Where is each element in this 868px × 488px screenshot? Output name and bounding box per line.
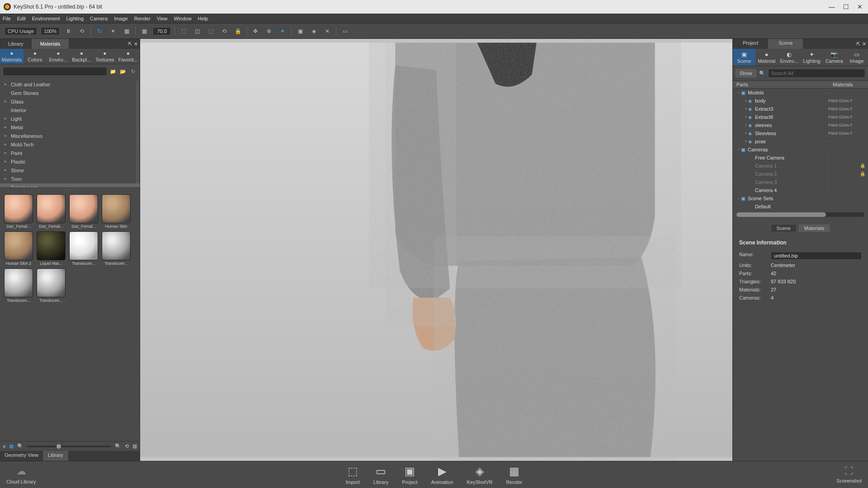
- scene-item-camera-2[interactable]: Camera 2-🔒: [733, 170, 868, 178]
- region-icon[interactable]: ▣: [295, 26, 305, 36]
- bottom-render[interactable]: ▦Render: [506, 465, 522, 485]
- screenshot-button[interactable]: ⛶ Screenshot: [836, 466, 862, 483]
- scene-item-sleeves[interactable]: +◈sleevesPaint Gloss F: [733, 121, 868, 129]
- move-icon[interactable]: ✥: [250, 26, 260, 36]
- rotate-icon[interactable]: ⟲: [219, 26, 229, 36]
- shuffle-icon[interactable]: ✕: [322, 26, 332, 36]
- pause-icon[interactable]: ⏸: [63, 26, 73, 36]
- splitter-handle[interactable]: • • •: [733, 219, 868, 222]
- projcat-camera[interactable]: 📷Camera: [823, 49, 845, 66]
- menu-camera[interactable]: Camera: [90, 16, 108, 21]
- menu-environment[interactable]: Environment: [32, 16, 60, 21]
- tab-project[interactable]: Project: [733, 39, 769, 49]
- settings-icon[interactable]: ▥: [132, 443, 137, 449]
- lock-icon[interactable]: 🔒: [233, 26, 243, 36]
- tree-item-stone[interactable]: ▸Stone: [0, 166, 140, 175]
- scene-item-camera-3[interactable]: Camera 3-: [733, 178, 868, 186]
- tree-item-translucent[interactable]: Translucent: [0, 183, 140, 187]
- tree-item-toon[interactable]: ▸Toon: [0, 175, 140, 183]
- splitter-handle[interactable]: • • •: [0, 187, 140, 191]
- refresh-icon[interactable]: ↻: [129, 67, 137, 75]
- focal-length-input[interactable]: [153, 27, 171, 35]
- menu-edit[interactable]: Edit: [17, 16, 26, 21]
- bottom-library[interactable]: ▭Library: [373, 465, 389, 485]
- tree-item-plastic[interactable]: ▸Plastic: [0, 158, 140, 166]
- material-thumb[interactable]: Human Skin 2: [4, 231, 33, 266]
- camera-icon[interactable]: ⬚: [179, 26, 189, 36]
- scene-item-pose[interactable]: +◈pose-: [733, 137, 868, 145]
- show-button[interactable]: Show: [736, 69, 756, 77]
- tab-scene[interactable]: Scene: [769, 39, 803, 49]
- menu-window[interactable]: Window: [174, 16, 191, 21]
- bottom-keyshotvr[interactable]: ◈KeyShotVR: [467, 465, 493, 485]
- bottom-animation[interactable]: ▶Animation: [431, 465, 453, 485]
- tab-library-bottom[interactable]: Library: [43, 451, 68, 461]
- scene-item-cameras[interactable]: −▣Cameras: [733, 145, 868, 154]
- panel-close-icon[interactable]: ✕: [134, 41, 138, 47]
- menu-render[interactable]: Render: [134, 16, 151, 21]
- projcat-enviro[interactable]: ◐Enviro...: [778, 49, 801, 66]
- material-thumb[interactable]: Liquid Wat...: [36, 231, 66, 266]
- add-icon[interactable]: ⊕: [264, 26, 274, 36]
- close-button[interactable]: ✕: [857, 4, 863, 10]
- grid-view-icon[interactable]: ▦: [9, 443, 14, 449]
- tree-item-light[interactable]: ▸Light: [0, 115, 140, 123]
- zoom-in-icon[interactable]: 🔍: [115, 443, 121, 449]
- tree-item-glass[interactable]: ▸Glass: [0, 98, 140, 106]
- menu-file[interactable]: File: [3, 16, 11, 21]
- library-search-input[interactable]: [3, 67, 107, 76]
- material-thumb[interactable]: Human Skin: [101, 194, 131, 229]
- nav-icon[interactable]: ◈: [309, 26, 319, 36]
- tab-geometry-view[interactable]: Geometry View: [0, 451, 43, 461]
- bottom-import[interactable]: ⬚Import: [346, 465, 360, 485]
- scene-item-sleevless[interactable]: +◈SleevlessPaint Gloss F: [733, 129, 868, 137]
- scene-item-scene-sets[interactable]: −▣Scene Sets: [733, 194, 868, 202]
- tab-info-materials[interactable]: Materials: [798, 224, 830, 232]
- bottom-project[interactable]: ▣Project: [402, 465, 417, 485]
- scene-item-free-camera[interactable]: Free Camera-: [733, 154, 868, 162]
- tab-info-scene[interactable]: Scene: [771, 224, 797, 232]
- scene-item-body[interactable]: +◈bodyPaint Gloss F: [733, 97, 868, 105]
- tree-item-paint[interactable]: ▸Paint: [0, 149, 140, 158]
- folder-icon[interactable]: 📁: [109, 67, 117, 75]
- grid-icon[interactable]: ▦: [139, 26, 149, 36]
- favorite-icon[interactable]: ⟲: [125, 443, 129, 449]
- projcat-scene[interactable]: ▣Scene: [733, 49, 755, 66]
- tree-item-gem-stones[interactable]: Gem Stones: [0, 89, 140, 98]
- list-view-icon[interactable]: ≡: [3, 444, 5, 449]
- menu-view[interactable]: View: [157, 16, 168, 21]
- tree-item-interior[interactable]: Interior: [0, 106, 140, 115]
- image-icon[interactable]: ▭: [340, 26, 350, 36]
- zoom-out-icon[interactable]: 🔍: [17, 443, 24, 449]
- reload-icon[interactable]: ↻: [94, 26, 104, 36]
- menu-help[interactable]: Help: [198, 16, 208, 21]
- crop-icon[interactable]: ▦: [122, 26, 132, 36]
- material-thumb[interactable]: Translucen...: [4, 268, 33, 303]
- material-thumb[interactable]: Daz_Femal...: [4, 194, 33, 229]
- material-thumb[interactable]: Daz_Femal...: [69, 194, 99, 229]
- light-icon[interactable]: ✦: [278, 26, 288, 36]
- material-thumb[interactable]: Daz_Femal...: [36, 194, 66, 229]
- libcat-materials[interactable]: ●Materials: [0, 49, 24, 64]
- undock-icon[interactable]: ⇱: [128, 41, 132, 47]
- material-thumb[interactable]: Translucen...: [36, 268, 66, 303]
- libcat-textures[interactable]: ●Textures: [93, 49, 117, 64]
- scene-item-camera-4[interactable]: Camera 4-: [733, 186, 868, 194]
- thumbnail-size-slider[interactable]: [27, 446, 111, 447]
- tree-item-metal[interactable]: ▸Metal: [0, 123, 140, 132]
- scene-item-models[interactable]: −▣Models-: [733, 89, 868, 97]
- cloud-library-button[interactable]: ☁ Cloud Library: [6, 465, 36, 484]
- libcat-backpl[interactable]: ●Backpl...: [70, 49, 94, 64]
- scene-item-default[interactable]: Default: [733, 202, 868, 211]
- folder-open-icon[interactable]: 📂: [119, 67, 127, 75]
- libcat-colors[interactable]: ●Colors: [24, 49, 47, 64]
- render-viewport[interactable]: [140, 39, 732, 461]
- ortho-icon[interactable]: ⬚: [206, 26, 216, 36]
- projcat-image[interactable]: ▭Image: [845, 49, 868, 66]
- libcat-favorit[interactable]: ●Favorit...: [117, 49, 140, 64]
- projcat-lighting[interactable]: ✦Lighting: [800, 49, 823, 66]
- projcat-material[interactable]: ●Material: [755, 49, 778, 66]
- tree-item-mold-tech[interactable]: ▸Mold-Tech: [0, 141, 140, 149]
- scene-item-extract3[interactable]: +◈Extract3Paint Gloss F: [733, 105, 868, 113]
- info-name-input[interactable]: [771, 252, 862, 260]
